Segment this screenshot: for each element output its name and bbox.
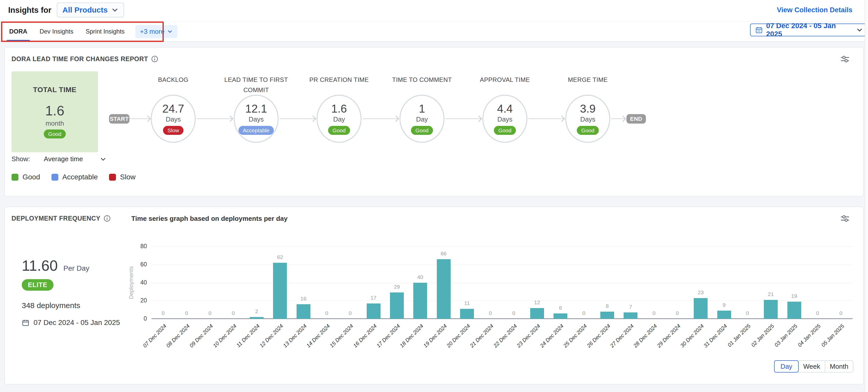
tabs-more-button[interactable]: +3 more	[135, 25, 177, 38]
flow-arrow	[611, 118, 625, 119]
granularity-week-button[interactable]: Week	[799, 360, 825, 372]
granularity-day-button[interactable]: Day	[774, 360, 799, 372]
deployment-bar[interactable]	[530, 308, 544, 319]
deployment-bar[interactable]	[624, 312, 638, 319]
deployment-bar[interactable]	[390, 293, 404, 319]
legend-swatch	[109, 174, 116, 181]
stage-node-lead-time-to-first-commit: 12.1 Days Acceptable	[234, 95, 279, 143]
deployment-bar[interactable]	[787, 302, 801, 319]
tabs-more-label: +3 more	[140, 28, 164, 36]
deployment-bar[interactable]	[413, 283, 427, 319]
bar-slot: 21	[759, 246, 782, 319]
status-badge: Good	[328, 126, 350, 135]
y-tick-label: 40	[121, 279, 147, 286]
bar-slot: 0	[222, 246, 245, 319]
stage-node-merge-time: 3.9 Days Good	[565, 95, 610, 143]
deployment-bar[interactable]	[764, 300, 778, 319]
deployment-count: 348 deployments	[22, 301, 80, 310]
bar-slot: 0	[829, 246, 852, 319]
calendar-icon	[755, 26, 763, 34]
bar-slot: 0	[806, 246, 829, 319]
info-icon[interactable]	[151, 56, 158, 62]
legend-item-good: Good	[11, 173, 40, 181]
deployment-bar[interactable]	[554, 313, 567, 319]
date-range-picker[interactable]: 07 Dec 2024 - 05 Jan 2025	[750, 24, 868, 36]
tab-dev-insights[interactable]: Dev Insights	[38, 22, 75, 41]
tab-dora[interactable]: DORA	[8, 22, 29, 41]
granularity-month-button[interactable]: Month	[825, 360, 854, 372]
scrollbar[interactable]	[865, 0, 868, 392]
total-time-unit: month	[45, 120, 64, 127]
chart-title: Time series graph based on deployments p…	[131, 215, 288, 222]
bar-slot: 6	[549, 246, 572, 319]
chart-settings-icon[interactable]	[840, 214, 850, 224]
total-time-card: TOTAL TIME 1.6 month Good	[11, 71, 98, 152]
y-tick-label: 80	[121, 243, 147, 250]
deployment-bar[interactable]	[250, 317, 264, 319]
deployment-bar[interactable]	[600, 312, 614, 319]
lead-time-card: DORA LEAD TIME FOR CHANGES REPORT TOTAL …	[4, 47, 864, 197]
flow-arrow	[130, 118, 150, 119]
deployment-bar[interactable]	[460, 309, 474, 319]
x-axis-label: 07 Dec 2024	[142, 323, 167, 349]
stage-value: 24.7	[162, 102, 184, 115]
show-metric-select[interactable]: Show: Average time	[11, 155, 106, 163]
bar-slot: 0	[175, 246, 198, 319]
stage-node-backlog: 24.7 Days Slow	[151, 95, 196, 143]
legend-item-acceptable: Acceptable	[52, 173, 98, 181]
tab-sprint-insights[interactable]: Sprint Insights	[84, 22, 126, 41]
tabs: DORA Dev Insights Sprint Insights +3 mor…	[8, 22, 177, 41]
deployment-rate-unit: Per Day	[63, 264, 89, 272]
total-time-value: 1.6	[45, 103, 64, 117]
status-legend: Good Acceptable Slow	[11, 173, 135, 181]
bar-slot: 0	[315, 246, 338, 319]
show-label: Show:	[11, 155, 30, 163]
legend-label: Slow	[120, 173, 135, 181]
stage-unit: Day	[333, 115, 345, 123]
bar-slot: 19	[782, 246, 806, 319]
stage-node-time-to-comment: 1 Day Good	[399, 95, 444, 143]
deployment-bar[interactable]	[297, 304, 310, 319]
stage-unit: Days	[248, 115, 264, 123]
stage-unit: Days	[580, 115, 595, 123]
bar-slot: 0	[642, 246, 665, 319]
legend-item-slow: Slow	[109, 173, 135, 181]
deployment-bar[interactable]	[437, 259, 451, 319]
stage-title: LEAD TIME TO FIRST COMMIT	[220, 75, 292, 95]
deployment-frequency-title: DEPLOYMENT FREQUENCY	[11, 215, 100, 222]
flow-start-pill: START	[109, 114, 129, 124]
product-selector[interactable]: All Products	[57, 3, 124, 18]
legend-swatch	[11, 174, 19, 181]
chevron-down-icon	[111, 6, 119, 13]
status-badge: Good	[411, 126, 433, 135]
stage-title: APPROVAL TIME	[469, 75, 541, 85]
flow-arrow	[445, 118, 481, 119]
info-icon[interactable]	[104, 215, 111, 222]
view-collection-details-link[interactable]: View Collection Details	[777, 6, 852, 14]
chart-settings-icon[interactable]	[840, 55, 850, 64]
date-range-value: 07 Dec 2024 - 05 Jan 2025	[766, 22, 853, 38]
deployment-rate-value: 11.60	[22, 258, 58, 273]
stage-unit: Days	[497, 115, 512, 123]
deployment-bar[interactable]	[694, 298, 708, 319]
bar-slot: 62	[269, 246, 292, 319]
chevron-down-icon	[167, 29, 173, 34]
deployment-bar[interactable]	[367, 303, 380, 319]
stage-node-approval-time: 4.4 Days Good	[483, 95, 527, 143]
y-tick-label: 60	[121, 261, 147, 268]
stage-node-pr-creation-time: 1.6 Day Good	[316, 95, 362, 143]
deployment-bar[interactable]	[717, 311, 731, 319]
total-time-label: TOTAL TIME	[33, 86, 76, 94]
bar-slot: 7	[619, 246, 642, 319]
bar-slot: 29	[385, 246, 408, 319]
status-badge: Good	[577, 126, 598, 135]
deployment-frequency-card: DEPLOYMENT FREQUENCY Time series graph b…	[4, 207, 864, 385]
calendar-icon	[22, 319, 29, 327]
flow-arrow	[280, 118, 315, 119]
stage-title: BACKLOG	[137, 75, 209, 85]
show-value: Average time	[44, 155, 83, 163]
stage-title: PR CREATION TIME	[303, 75, 375, 85]
deployment-bar[interactable]	[273, 263, 287, 319]
y-tick-label: 0	[121, 315, 147, 322]
legend-label: Acceptable	[62, 173, 98, 181]
